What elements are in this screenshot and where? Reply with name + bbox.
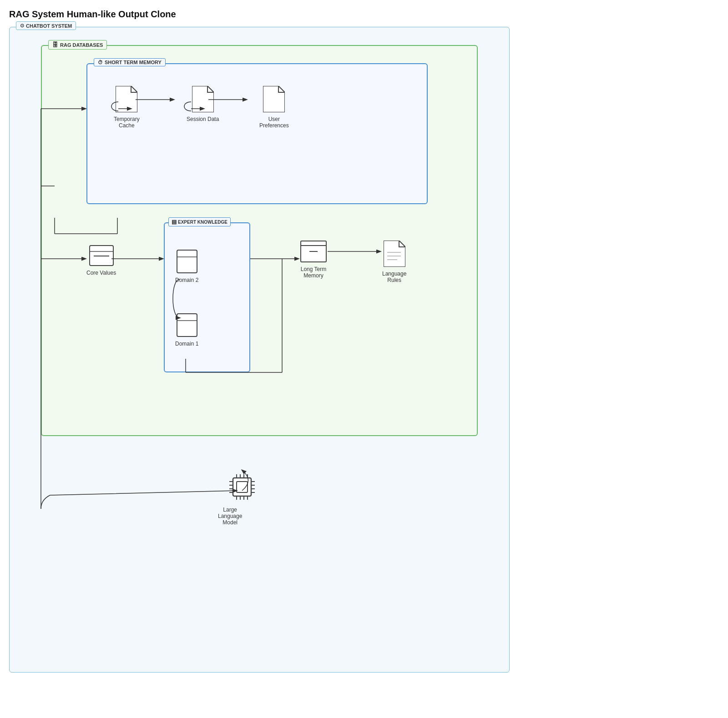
temporary-cache-item: Temporary Cache bbox=[114, 86, 140, 129]
domain-2-item: Domain 2 bbox=[175, 250, 198, 283]
ek-label: EXPERT KNOWLEDGE bbox=[178, 220, 228, 225]
expert-knowledge-container: ▤ EXPERT KNOWLEDGE bbox=[164, 222, 250, 372]
svg-rect-18 bbox=[237, 482, 248, 492]
svg-rect-8 bbox=[177, 314, 197, 336]
session-data-item: Session Data bbox=[187, 86, 219, 122]
stm-clock-icon: ⏱ bbox=[98, 60, 103, 65]
domain-2-label: Domain 2 bbox=[175, 277, 198, 283]
language-rules-icon bbox=[384, 241, 405, 267]
svg-marker-1 bbox=[192, 86, 214, 112]
temporary-cache-label: Temporary Cache bbox=[114, 116, 140, 129]
domain-1-label: Domain 1 bbox=[175, 341, 198, 347]
short-term-memory-container: ⏱ SHORT TERM MEMORY bbox=[86, 63, 428, 204]
svg-marker-13 bbox=[384, 241, 405, 267]
svg-rect-6 bbox=[177, 250, 197, 273]
llm-item bbox=[228, 472, 257, 502]
rag-icon: 🗄 bbox=[52, 41, 58, 48]
core-values-item: Core Values bbox=[86, 245, 116, 276]
session-data-label: Session Data bbox=[187, 116, 219, 122]
language-rules-label: Language Rules bbox=[382, 271, 406, 283]
svg-rect-10 bbox=[301, 244, 326, 262]
ek-book-icon: ▤ bbox=[172, 219, 177, 225]
page-title: RAG System Human-like Output Clone bbox=[9, 9, 719, 20]
svg-marker-0 bbox=[116, 86, 137, 112]
long-term-memory-icon bbox=[300, 241, 327, 262]
llm-label: Large Language Model bbox=[218, 507, 242, 526]
stm-label: SHORT TERM MEMORY bbox=[105, 60, 162, 65]
long-term-memory-item: Long Term Memory bbox=[300, 241, 327, 279]
temporary-cache-icon bbox=[116, 86, 137, 112]
svg-marker-2 bbox=[263, 86, 285, 112]
svg-rect-11 bbox=[301, 241, 326, 246]
chatbot-label: CHATBOT SYSTEM bbox=[26, 23, 72, 29]
llm-chip-icon bbox=[228, 472, 257, 502]
user-preferences-icon bbox=[263, 86, 285, 112]
core-values-icon bbox=[89, 245, 114, 266]
rag-label: RAG DATABASES bbox=[60, 42, 103, 48]
user-preferences-item: User Preferences bbox=[259, 86, 289, 129]
user-preferences-label: User Preferences bbox=[259, 116, 289, 129]
domain-1-item: Domain 1 bbox=[175, 313, 198, 347]
session-data-icon bbox=[192, 86, 214, 112]
chatbot-icon: ⊙ bbox=[20, 23, 24, 29]
core-values-label: Core Values bbox=[86, 270, 116, 276]
domain-2-icon bbox=[177, 250, 197, 273]
language-rules-item: Language Rules bbox=[382, 241, 406, 283]
domain-1-icon bbox=[177, 313, 197, 337]
long-term-memory-label: Long Term Memory bbox=[301, 266, 326, 279]
